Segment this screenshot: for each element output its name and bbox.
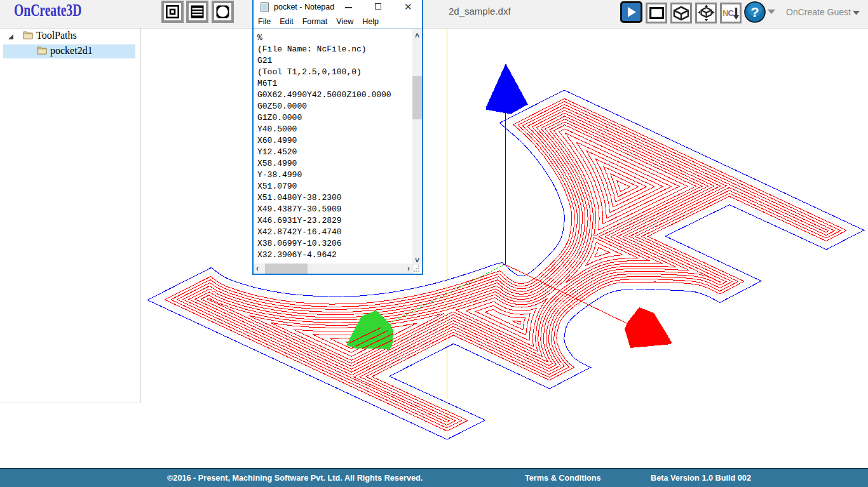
svg-text:?: ? xyxy=(750,4,759,20)
